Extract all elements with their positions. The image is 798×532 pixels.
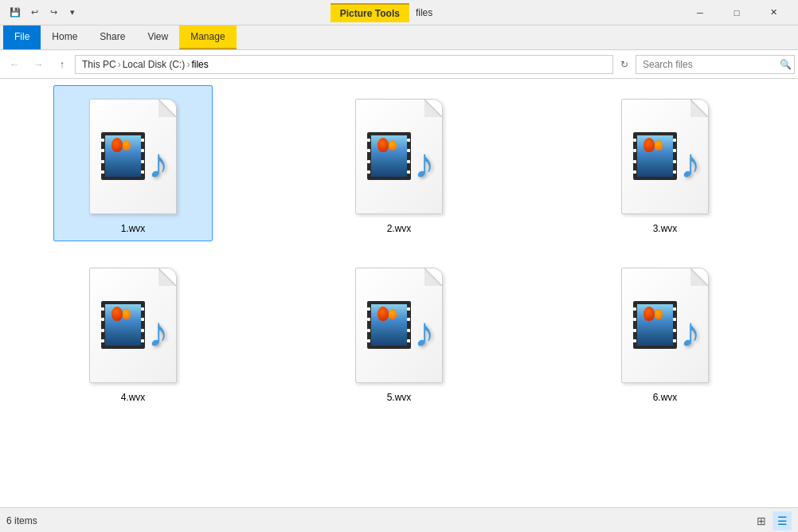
file-label-1: 1.wvx: [121, 223, 146, 234]
tab-file[interactable]: File: [3, 25, 41, 49]
film-strip-4: [101, 301, 145, 349]
file-label-2: 2.wvx: [387, 223, 412, 234]
up-button[interactable]: ↑: [51, 53, 73, 76]
film-strip-1: [101, 132, 145, 180]
media-icon-5: ♪: [367, 297, 431, 353]
tab-home[interactable]: Home: [41, 25, 88, 49]
address-path[interactable]: This PC › Local Disk (C:) › files: [75, 55, 613, 74]
music-note-6: ♪: [680, 311, 701, 353]
file-page-2: ♪: [355, 99, 443, 214]
status-count: 6 items: [6, 515, 37, 526]
file-icon-4: ♪: [81, 261, 185, 389]
balloon-scene-4: [105, 304, 141, 346]
film-holes-right-1: [141, 132, 145, 180]
film-holes-right-4: [141, 301, 145, 349]
file-item-5[interactable]: ♪ 5.wvx: [319, 254, 479, 410]
file-icon-5: ♪: [347, 261, 451, 389]
film-strip-inner-4: [105, 304, 141, 346]
quick-access: 💾 ↩ ↪ ▾: [6, 4, 81, 22]
file-label-4: 4.wvx: [121, 392, 146, 403]
balloon-scene-3: [637, 135, 673, 177]
file-grid: ♪ 1.wvx: [0, 79, 798, 507]
film-strip-inner-3: [637, 135, 673, 177]
title-bar-controls: ─ □ ✕: [682, 0, 792, 25]
file-item-4[interactable]: ♪ 4.wvx: [53, 254, 213, 410]
balloon-scene-2: [371, 135, 407, 177]
save-qa-button[interactable]: 💾: [6, 4, 24, 22]
address-bar: ← → ↑ This PC › Local Disk (C:) › files …: [0, 50, 798, 79]
media-icon-3: ♪: [633, 128, 697, 184]
file-label-5: 5.wvx: [387, 392, 412, 403]
balloon-1: [111, 138, 123, 152]
file-label-3: 3.wvx: [653, 223, 678, 234]
balloon2-5: [389, 309, 397, 319]
balloon-3: [643, 138, 655, 152]
search-button[interactable]: 🔍: [780, 59, 792, 70]
balloon-scene-1: [105, 135, 141, 177]
balloon-2: [377, 138, 389, 152]
file-item-3[interactable]: ♪ 3.wvx: [585, 85, 745, 241]
music-note-1: ♪: [148, 143, 169, 184]
view-details-button[interactable]: ☰: [773, 511, 792, 530]
refresh-button[interactable]: ↻: [615, 55, 634, 74]
film-strip-6: [633, 301, 677, 349]
file-page-4: ♪: [89, 268, 177, 383]
media-icon-4: ♪: [101, 297, 165, 353]
balloon-4: [111, 307, 123, 321]
tab-share[interactable]: Share: [88, 25, 136, 49]
balloon-scene-6: [637, 304, 673, 346]
minimize-button[interactable]: ─: [682, 0, 718, 25]
film-strip-inner-1: [105, 135, 141, 177]
film-strip-2: [367, 132, 411, 180]
file-icon-2: ♪: [347, 92, 451, 220]
ribbon: File Home Share View Manage: [0, 25, 798, 50]
balloon-scene-5: [371, 304, 407, 346]
film-holes-right-5: [407, 301, 411, 349]
file-item-2[interactable]: ♪ 2.wvx: [319, 85, 479, 241]
file-item-1[interactable]: ♪ 1.wvx: [53, 85, 213, 241]
music-note-2: ♪: [414, 143, 435, 184]
balloon2-6: [655, 309, 663, 319]
close-button[interactable]: ✕: [755, 0, 792, 25]
breadcrumb-files[interactable]: files: [191, 59, 208, 70]
file-icon-1: ♪: [81, 92, 185, 220]
file-item-6[interactable]: ♪ 6.wvx: [585, 254, 745, 410]
film-strip-3: [633, 132, 677, 180]
customize-qa-button[interactable]: ▾: [64, 4, 81, 22]
tab-manage[interactable]: Manage: [179, 25, 236, 49]
balloon2-2: [389, 140, 397, 151]
view-large-icons-button[interactable]: ⊞: [752, 511, 771, 530]
balloon2-1: [123, 140, 131, 151]
file-icon-3: ♪: [613, 92, 717, 220]
status-bar: 6 items ⊞ ☰: [0, 507, 798, 532]
music-note-4: ♪: [148, 311, 169, 353]
music-note-5: ♪: [414, 311, 435, 353]
film-holes-right-3: [673, 132, 677, 180]
back-button[interactable]: ←: [3, 53, 25, 76]
film-holes-right-2: [407, 132, 411, 180]
ribbon-context-title: Picture Tools: [331, 3, 409, 22]
undo-qa-button[interactable]: ↩: [25, 4, 43, 22]
film-strip-inner-2: [371, 135, 407, 177]
tab-view[interactable]: View: [136, 25, 179, 49]
file-page-6: ♪: [621, 268, 709, 383]
title-bar-title: Picture Tools files: [81, 3, 682, 22]
media-icon-6: ♪: [633, 297, 697, 353]
forward-button[interactable]: →: [27, 53, 49, 76]
main-content: ♪ 1.wvx: [0, 79, 798, 507]
film-strip-5: [367, 301, 411, 349]
search-input[interactable]: [636, 55, 795, 74]
balloon2-3: [655, 140, 663, 151]
maximize-button[interactable]: □: [718, 0, 755, 25]
film-strip-inner-5: [371, 304, 407, 346]
ribbon-tabs: File Home Share View Manage: [0, 25, 798, 49]
breadcrumb-this-pc[interactable]: This PC: [82, 59, 116, 70]
file-page-1: ♪: [89, 99, 177, 214]
breadcrumb-local-disk[interactable]: Local Disk (C:): [123, 59, 186, 70]
media-icon-1: ♪: [101, 128, 165, 184]
file-page-3: ♪: [621, 99, 709, 214]
redo-qa-button[interactable]: ↪: [45, 4, 62, 22]
music-note-3: ♪: [680, 143, 701, 184]
search-wrapper: 🔍: [636, 55, 795, 74]
view-buttons: ⊞ ☰: [752, 511, 792, 530]
